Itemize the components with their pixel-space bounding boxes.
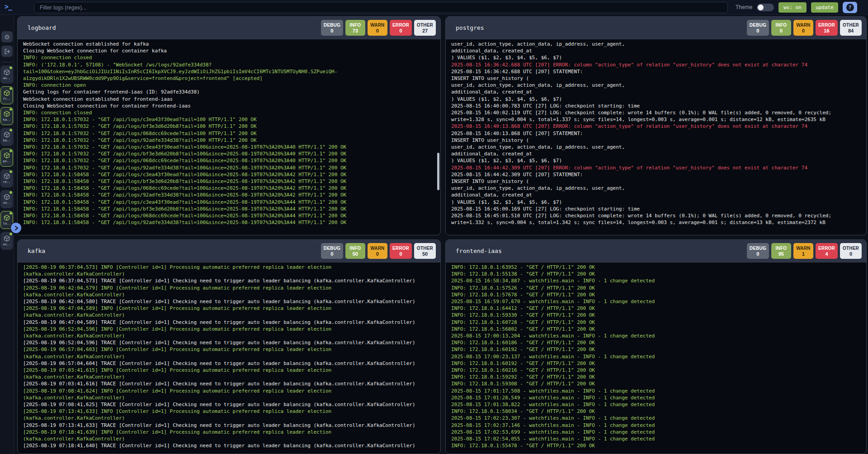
sidebar-item-container-1[interactable]: fr.. (0, 86, 13, 104)
badge-warn[interactable]: WARN1 (793, 243, 813, 259)
badge-label: OTHER (417, 23, 433, 28)
badge-info[interactable]: INFO73 (345, 20, 365, 36)
badge-label: INFO (776, 23, 787, 28)
log-line: INFO: connection closed (23, 109, 435, 116)
log-line: INFO: 172.18.0.1:56802 - "GET / HTTP/1.1… (451, 326, 861, 332)
log-line: INFO: ('172.18.0.1', 57108) - "WebSocket… (23, 61, 435, 68)
container-cube-icon (4, 69, 10, 75)
log-line: Getting logs for container frontend-iaas… (23, 89, 435, 95)
log-line: [2025-08-19 07:18:41,639] INFO [Controll… (23, 429, 435, 435)
help-button[interactable]: ? (843, 2, 857, 13)
log-line: ) VALUES ($1, $2, $3, $4, $5, $6, $7) (451, 199, 861, 206)
status-dot (9, 233, 12, 235)
log-line: Closing WebSocket connection for contain… (23, 103, 435, 109)
sidebar-item-container-6[interactable]: zo.. (0, 190, 13, 208)
filter-input[interactable] (34, 2, 728, 13)
sidebar-item-container-8[interactable]: us.. (0, 232, 13, 250)
badge-count: 50 (422, 251, 428, 257)
badge-label: DEBUG (750, 23, 766, 28)
logout-button[interactable] (1, 46, 13, 57)
badge-label: ERROR (818, 23, 835, 28)
log-line: 2025-08-15 17:00:13,204 - watchfiles.mai… (451, 332, 861, 339)
log-line: INSERT INTO user_history ( (451, 137, 861, 144)
badge-info[interactable]: INFO95 (771, 243, 791, 259)
log-line: INFO: 172.18.0.1:60186 - "GET / HTTP/1.1… (451, 339, 861, 346)
sidebar-expand-button[interactable] (11, 223, 21, 233)
badge-other[interactable]: OTHER27 (414, 20, 436, 36)
status-dot (9, 87, 12, 90)
log-line: 2025-08-15 16:40:13.868 UTC [207] ERROR:… (451, 123, 861, 130)
log-line: INFO: 172.18.0.1:57032 - "GET /api/logs/… (23, 164, 435, 171)
log-line: [2025-08-19 07:03:41,616] TRACE [Control… (23, 380, 435, 387)
sidebar-item-label: zo.. (3, 201, 11, 205)
log-line: [2025-08-19 07:03:41,615] INFO [Controll… (23, 367, 435, 374)
log-line: additional_data, created_at (451, 47, 861, 54)
badge-warn[interactable]: WARN0 (368, 243, 387, 259)
panel-title-logboard: logboard (28, 24, 56, 31)
log-line: 2025-08-15 16:40:13.868 UTC [207] STATEM… (451, 130, 861, 137)
scrollbar-thumb[interactable] (437, 153, 439, 190)
log-line: 2025-08-15 16:36:42.688 UTC [207] STATEM… (451, 68, 861, 75)
level-badges: DEBUG0INFO73WARN0ERROR0OTHER27 (321, 20, 436, 36)
badge-count: 50 (353, 251, 358, 257)
log-output-logboard[interactable]: WebSocket connection established for kaf… (18, 39, 440, 235)
log-line: INFO: 172.18.0.1:60728 - "GET / HTTP/1.1… (451, 319, 861, 326)
log-line: INSERT INTO user_history ( (451, 75, 861, 82)
log-line: [2025-08-19 06:52:04,596] TRACE [Control… (23, 339, 435, 346)
update-button[interactable]: update (811, 2, 838, 13)
status-dot (9, 66, 12, 69)
log-line: [2025-08-19 06:47:04,589] TRACE [Control… (23, 319, 435, 326)
log-line: [2025-08-19 06:47:04,589] INFO [Controll… (23, 305, 435, 312)
log-line: (kafka.controller.KafkaController) (23, 374, 435, 380)
badge-error[interactable]: ERROR4 (816, 243, 838, 259)
badge-debug[interactable]: DEBUG0 (321, 243, 343, 259)
badge-error[interactable]: ERROR0 (390, 20, 412, 36)
log-line: additional_data, created_at (451, 89, 861, 95)
sidebar-item-label: ka.. (3, 118, 11, 122)
badge-label: ERROR (392, 23, 409, 28)
log-line: user_id, action_type, action_data, ip_ad… (451, 82, 861, 89)
badge-debug[interactable]: DEBUG0 (747, 243, 769, 259)
sidebar-item-container-5[interactable]: re.. (0, 169, 13, 187)
log-output-postgres[interactable]: user_id, action_type, action_data, ip_ad… (446, 39, 866, 235)
badge-info[interactable]: INFO0 (771, 20, 791, 36)
log-line: INFO: 172.18.0.1:63952 - "GET / HTTP/1.1… (451, 264, 861, 271)
sidebar-item-container-4[interactable]: po.. (0, 149, 13, 167)
badge-other[interactable]: OTHER84 (840, 20, 862, 36)
log-line: 2025-08-15 16:45:01.510 UTC [27] LOG: ch… (451, 212, 861, 219)
badge-label: OTHER (843, 246, 859, 251)
log-line: INFO: 172.18.0.1:58458 - "GET /api/logs/… (23, 219, 435, 226)
badge-debug[interactable]: DEBUG0 (321, 20, 343, 36)
ws-toggle-button[interactable]: ws: on (778, 2, 807, 13)
log-output-frontend-iaas[interactable]: INFO: 172.18.0.1:63952 - "GET / HTTP/1.1… (446, 262, 866, 454)
panel-frontend-iaas: frontend-iaas DEBUG0INFO95WARN1ERROR4OTH… (445, 239, 867, 454)
sidebar-item-container-0[interactable]: au.. (0, 66, 13, 84)
theme-toggle[interactable] (757, 4, 774, 11)
badge-error[interactable]: ERROR0 (390, 243, 412, 259)
logout-icon (4, 48, 10, 55)
badge-debug[interactable]: DEBUG0 (747, 20, 769, 36)
status-dot (9, 212, 12, 215)
log-line: INFO: 172.18.0.1:58458 - "GET /api/logs/… (23, 192, 435, 198)
gear-icon: ⚙ (4, 33, 10, 41)
badge-count: 0 (376, 251, 379, 257)
panel-header: frontend-iaas DEBUG0INFO95WARN1ERROR4OTH… (446, 240, 866, 262)
status-dot (9, 170, 12, 173)
theme-toggle-knob (758, 5, 764, 10)
badge-warn[interactable]: WARN0 (368, 20, 387, 36)
sidebar-item-container-2[interactable]: ka.. (0, 107, 13, 125)
badge-warn[interactable]: WARN0 (793, 20, 813, 36)
log-line: a1zgydikDRln1X2wUBSRWW0cdd9Pyp9Oig&servi… (23, 75, 435, 82)
settings-button[interactable]: ⚙ (1, 31, 13, 42)
log-line: 2025-08-15 17:00:23,137 - watchfiles.mai… (451, 353, 861, 360)
log-line: INFO: 172.18.0.1:58458 - "GET /api/logs/… (23, 212, 435, 219)
badge-other[interactable]: OTHER50 (414, 243, 436, 259)
log-output-kafka[interactable]: [2025-08-19 06:37:04,573] INFO [Controll… (18, 262, 440, 454)
sidebar-item-container-3[interactable]: ka.. (0, 128, 13, 146)
badge-info[interactable]: INFO50 (345, 243, 365, 259)
badge-error[interactable]: ERROR16 (816, 20, 838, 36)
log-line: INFO: 172.18.0.1:57032 - "GET /api/logs/… (23, 144, 435, 150)
log-line: (kafka.controller.KafkaController) (23, 332, 435, 339)
container-cube-icon (4, 235, 10, 242)
badge-other[interactable]: OTHER0 (840, 243, 862, 259)
